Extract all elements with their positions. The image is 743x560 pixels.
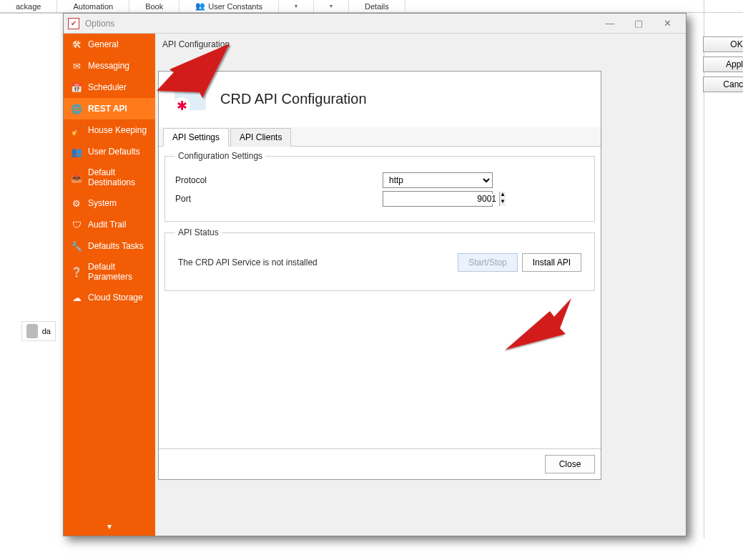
sidebar-item-default-destinations[interactable]: 📤Default Destinations: [64, 162, 155, 192]
left-tree-item[interactable]: da: [21, 321, 56, 341]
maximize-button[interactable]: ▢: [624, 16, 653, 31]
sidebar-item-label: Cloud Storage: [88, 293, 143, 303]
sidebar-item-label: Default Destinations: [88, 167, 148, 187]
sidebar-item-label: User Defaults: [88, 147, 140, 157]
spin-down[interactable]: ▼: [500, 199, 506, 206]
sidebar-item-scheduler[interactable]: 📅Scheduler: [64, 77, 155, 98]
users-icon: 👥: [71, 146, 82, 157]
sidebar-item-cloud-storage[interactable]: ☁Cloud Storage: [64, 287, 155, 308]
sidebar-item-general[interactable]: 🛠General: [64, 34, 155, 55]
sidebar-item-default-parameters[interactable]: ❔Default Parameters: [64, 257, 155, 287]
outbox-icon: 📤: [71, 172, 82, 183]
sidebar-item-label: REST API: [88, 104, 127, 114]
api-config-icon: ✱: [172, 83, 210, 114]
options-sidebar: 🛠General ✉Messaging 📅Scheduler 🌐REST API…: [64, 34, 155, 536]
wrench-icon: 🔧: [71, 240, 82, 252]
broom-icon: 🧹: [71, 124, 82, 136]
ok-button[interactable]: OK: [703, 36, 743, 52]
question-icon: ❔: [71, 266, 82, 277]
group-label: Configuration Settings: [175, 151, 265, 161]
globe-icon: 🌐: [71, 103, 82, 114]
start-stop-button: Start/Stop: [458, 253, 517, 272]
sidebar-item-defaults-tasks[interactable]: 🔧Defaults Tasks: [64, 235, 155, 257]
sidebar-item-messaging[interactable]: ✉Messaging: [64, 55, 155, 77]
config-settings-group: Configuration Settings Protocol http Por…: [164, 151, 595, 222]
sidebar-item-label: System: [88, 198, 117, 208]
titlebar: ✔ Options — ▢ ✕: [64, 14, 686, 34]
tab-api-settings[interactable]: API Settings: [163, 128, 229, 147]
sidebar-item-label: Defaults Tasks: [88, 241, 144, 251]
window-title: Options: [85, 19, 114, 29]
package-icon: [26, 324, 38, 338]
chevron-down-icon: ▾: [295, 3, 297, 9]
protocol-label: Protocol: [175, 175, 383, 185]
sidebar-item-label: Default Parameters: [88, 262, 148, 282]
sidebar-item-label: General: [88, 39, 119, 49]
options-dialog: ✔ Options — ▢ ✕ 🛠General ✉Messaging 📅Sch…: [63, 13, 687, 536]
chevron-down-icon: ▾: [330, 3, 333, 9]
toolbar-item[interactable]: Details: [349, 0, 405, 12]
envelope-icon: ✉: [71, 60, 82, 72]
sidebar-item-label: Scheduler: [88, 82, 127, 92]
app-toolbar: ackage Automation Book 👥User Constants ▾…: [0, 0, 743, 13]
toolbar-item[interactable]: ▾: [279, 0, 314, 12]
toolbar-item[interactable]: ackage: [0, 0, 57, 12]
group-label: API Status: [175, 227, 222, 237]
page-title: CRD API Configuration: [220, 91, 367, 107]
breadcrumb: API Configuration: [162, 39, 230, 49]
port-input[interactable]: [386, 194, 499, 204]
api-status-group: API Status The CRD API Service is not in…: [164, 227, 595, 291]
calendar-icon: 📅: [71, 82, 82, 93]
toolbar-item[interactable]: Book: [129, 0, 179, 12]
left-panel: da: [0, 13, 63, 560]
port-spinner[interactable]: ▲ ▼: [383, 191, 493, 207]
gear-icon: ⚙: [71, 197, 82, 209]
tab-strip: API Settings API Clients: [159, 127, 601, 147]
app-icon: ✔: [68, 18, 79, 29]
tab-api-clients[interactable]: API Clients: [230, 128, 291, 147]
toolbar-item[interactable]: 👥User Constants: [179, 0, 279, 12]
minimize-button[interactable]: —: [596, 16, 624, 31]
wrench-icon: 🛠: [71, 39, 82, 50]
sidebar-item-house-keeping[interactable]: 🧹House Keeping: [64, 119, 155, 141]
sidebar-item-label: House Keeping: [88, 125, 147, 135]
toolbar-item[interactable]: ▾: [314, 0, 349, 12]
sidebar-item-label: Audit Trail: [88, 220, 126, 230]
sidebar-item-system[interactable]: ⚙System: [64, 192, 155, 214]
close-content-button[interactable]: Close: [545, 455, 595, 473]
sidebar-item-user-defaults[interactable]: 👥User Defaults: [64, 141, 155, 162]
apply-button[interactable]: Apply: [703, 57, 743, 72]
sidebar-collapse[interactable]: ▾: [64, 517, 155, 536]
protocol-select[interactable]: http: [383, 172, 493, 188]
main-panel: OK Apply Cancel API Configuration ✱ CRD …: [155, 34, 686, 536]
sidebar-item-label: Messaging: [88, 61, 129, 71]
toolbar-item[interactable]: Automation: [57, 0, 129, 12]
cloud-icon: ☁: [71, 292, 82, 303]
sidebar-item-audit-trail[interactable]: 🛡Audit Trail: [64, 214, 155, 235]
port-label: Port: [175, 194, 383, 204]
install-api-button[interactable]: Install API: [522, 253, 581, 272]
cancel-button[interactable]: Cancel: [703, 77, 743, 92]
api-status-text: The CRD API Service is not installed: [178, 257, 453, 267]
sidebar-item-rest-api[interactable]: 🌐REST API: [64, 98, 155, 119]
close-button[interactable]: ✕: [653, 16, 682, 31]
shield-icon: 🛡: [71, 219, 82, 230]
left-tree-label: da: [42, 327, 51, 335]
content-window: ✱ CRD API Configuration API Settings API…: [158, 71, 601, 480]
